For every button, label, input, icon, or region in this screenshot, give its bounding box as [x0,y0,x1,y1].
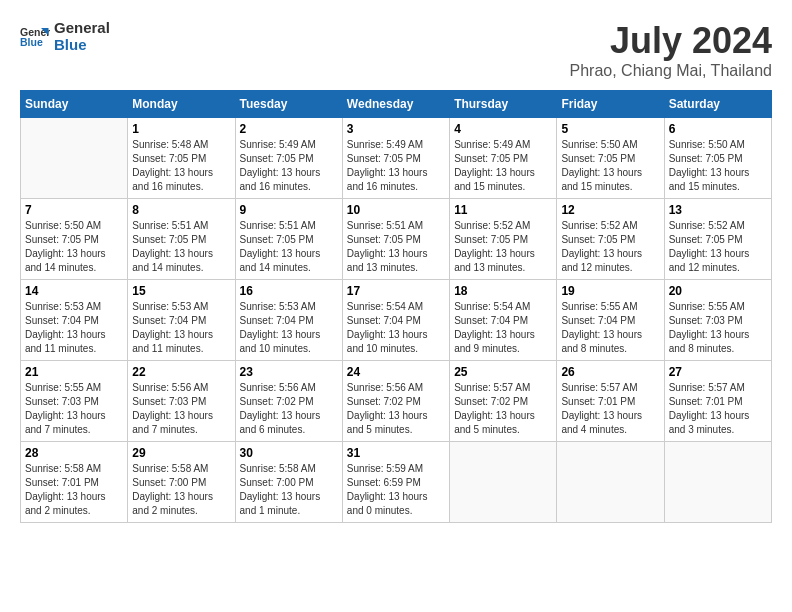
cell-info: Sunrise: 5:53 AM Sunset: 7:04 PM Dayligh… [25,300,123,356]
sunset-text: Sunset: 7:05 PM [669,153,743,164]
sunset-text: Sunset: 7:05 PM [454,153,528,164]
table-row: 27 Sunrise: 5:57 AM Sunset: 7:01 PM Dayl… [664,361,771,442]
sunrise-text: Sunrise: 5:55 AM [25,382,101,393]
day-number: 6 [669,122,767,136]
day-number: 19 [561,284,659,298]
daylight-text: Daylight: 13 hours and 7 minutes. [25,410,106,435]
sunset-text: Sunset: 7:04 PM [561,315,635,326]
daylight-text: Daylight: 13 hours and 10 minutes. [347,329,428,354]
sunrise-text: Sunrise: 5:49 AM [454,139,530,150]
table-row [664,442,771,523]
daylight-text: Daylight: 13 hours and 5 minutes. [454,410,535,435]
day-number: 8 [132,203,230,217]
table-row: 6 Sunrise: 5:50 AM Sunset: 7:05 PM Dayli… [664,118,771,199]
sunset-text: Sunset: 7:05 PM [25,234,99,245]
sunrise-text: Sunrise: 5:54 AM [347,301,423,312]
day-number: 23 [240,365,338,379]
sunset-text: Sunset: 7:04 PM [132,315,206,326]
sunrise-text: Sunrise: 5:57 AM [561,382,637,393]
table-row: 28 Sunrise: 5:58 AM Sunset: 7:01 PM Dayl… [21,442,128,523]
daylight-text: Daylight: 13 hours and 3 minutes. [669,410,750,435]
header-monday: Monday [128,91,235,118]
table-row [450,442,557,523]
header-sunday: Sunday [21,91,128,118]
day-number: 24 [347,365,445,379]
sunrise-text: Sunrise: 5:58 AM [25,463,101,474]
sunrise-text: Sunrise: 5:49 AM [240,139,316,150]
cell-info: Sunrise: 5:59 AM Sunset: 6:59 PM Dayligh… [347,462,445,518]
header-wednesday: Wednesday [342,91,449,118]
sunset-text: Sunset: 7:04 PM [25,315,99,326]
cell-info: Sunrise: 5:52 AM Sunset: 7:05 PM Dayligh… [669,219,767,275]
calendar-row: 28 Sunrise: 5:58 AM Sunset: 7:01 PM Dayl… [21,442,772,523]
cell-info: Sunrise: 5:51 AM Sunset: 7:05 PM Dayligh… [347,219,445,275]
daylight-text: Daylight: 13 hours and 16 minutes. [240,167,321,192]
day-number: 4 [454,122,552,136]
cell-info: Sunrise: 5:54 AM Sunset: 7:04 PM Dayligh… [347,300,445,356]
cell-info: Sunrise: 5:52 AM Sunset: 7:05 PM Dayligh… [454,219,552,275]
sunset-text: Sunset: 7:05 PM [561,234,635,245]
sunrise-text: Sunrise: 5:51 AM [347,220,423,231]
sunrise-text: Sunrise: 5:57 AM [454,382,530,393]
cell-info: Sunrise: 5:58 AM Sunset: 7:01 PM Dayligh… [25,462,123,518]
calendar-table: Sunday Monday Tuesday Wednesday Thursday… [20,90,772,523]
daylight-text: Daylight: 13 hours and 4 minutes. [561,410,642,435]
table-row: 7 Sunrise: 5:50 AM Sunset: 7:05 PM Dayli… [21,199,128,280]
daylight-text: Daylight: 13 hours and 15 minutes. [561,167,642,192]
daylight-text: Daylight: 13 hours and 8 minutes. [669,329,750,354]
day-number: 3 [347,122,445,136]
cell-info: Sunrise: 5:49 AM Sunset: 7:05 PM Dayligh… [347,138,445,194]
cell-info: Sunrise: 5:50 AM Sunset: 7:05 PM Dayligh… [25,219,123,275]
table-row: 21 Sunrise: 5:55 AM Sunset: 7:03 PM Dayl… [21,361,128,442]
header-thursday: Thursday [450,91,557,118]
table-row: 2 Sunrise: 5:49 AM Sunset: 7:05 PM Dayli… [235,118,342,199]
table-row: 23 Sunrise: 5:56 AM Sunset: 7:02 PM Dayl… [235,361,342,442]
day-number: 13 [669,203,767,217]
day-number: 10 [347,203,445,217]
sunset-text: Sunset: 7:05 PM [240,234,314,245]
sunrise-text: Sunrise: 5:48 AM [132,139,208,150]
table-row: 16 Sunrise: 5:53 AM Sunset: 7:04 PM Dayl… [235,280,342,361]
daylight-text: Daylight: 13 hours and 12 minutes. [669,248,750,273]
day-number: 18 [454,284,552,298]
sunrise-text: Sunrise: 5:56 AM [132,382,208,393]
sunrise-text: Sunrise: 5:51 AM [240,220,316,231]
month-title: July 2024 [570,20,773,62]
sunset-text: Sunset: 7:03 PM [669,315,743,326]
table-row: 18 Sunrise: 5:54 AM Sunset: 7:04 PM Dayl… [450,280,557,361]
day-number: 14 [25,284,123,298]
header-saturday: Saturday [664,91,771,118]
sunset-text: Sunset: 7:05 PM [669,234,743,245]
title-area: July 2024 Phrao, Chiang Mai, Thailand [570,20,773,80]
table-row: 22 Sunrise: 5:56 AM Sunset: 7:03 PM Dayl… [128,361,235,442]
daylight-text: Daylight: 13 hours and 11 minutes. [25,329,106,354]
sunset-text: Sunset: 7:05 PM [132,153,206,164]
daylight-text: Daylight: 13 hours and 5 minutes. [347,410,428,435]
daylight-text: Daylight: 13 hours and 16 minutes. [347,167,428,192]
table-row: 4 Sunrise: 5:49 AM Sunset: 7:05 PM Dayli… [450,118,557,199]
daylight-text: Daylight: 13 hours and 12 minutes. [561,248,642,273]
cell-info: Sunrise: 5:55 AM Sunset: 7:04 PM Dayligh… [561,300,659,356]
cell-info: Sunrise: 5:53 AM Sunset: 7:04 PM Dayligh… [240,300,338,356]
sunset-text: Sunset: 7:05 PM [347,234,421,245]
day-number: 30 [240,446,338,460]
table-row: 25 Sunrise: 5:57 AM Sunset: 7:02 PM Dayl… [450,361,557,442]
table-row: 3 Sunrise: 5:49 AM Sunset: 7:05 PM Dayli… [342,118,449,199]
sunrise-text: Sunrise: 5:52 AM [669,220,745,231]
day-number: 2 [240,122,338,136]
table-row: 19 Sunrise: 5:55 AM Sunset: 7:04 PM Dayl… [557,280,664,361]
daylight-text: Daylight: 13 hours and 13 minutes. [347,248,428,273]
sunset-text: Sunset: 7:02 PM [347,396,421,407]
sunset-text: Sunset: 7:01 PM [25,477,99,488]
logo-line1: General [54,20,110,37]
cell-info: Sunrise: 5:57 AM Sunset: 7:01 PM Dayligh… [669,381,767,437]
sunrise-text: Sunrise: 5:50 AM [561,139,637,150]
page-header: General Blue General Blue July 2024 Phra… [20,20,772,80]
cell-info: Sunrise: 5:51 AM Sunset: 7:05 PM Dayligh… [132,219,230,275]
cell-info: Sunrise: 5:52 AM Sunset: 7:05 PM Dayligh… [561,219,659,275]
daylight-text: Daylight: 13 hours and 0 minutes. [347,491,428,516]
sunrise-text: Sunrise: 5:50 AM [25,220,101,231]
daylight-text: Daylight: 13 hours and 14 minutes. [25,248,106,273]
daylight-text: Daylight: 13 hours and 6 minutes. [240,410,321,435]
table-row [21,118,128,199]
